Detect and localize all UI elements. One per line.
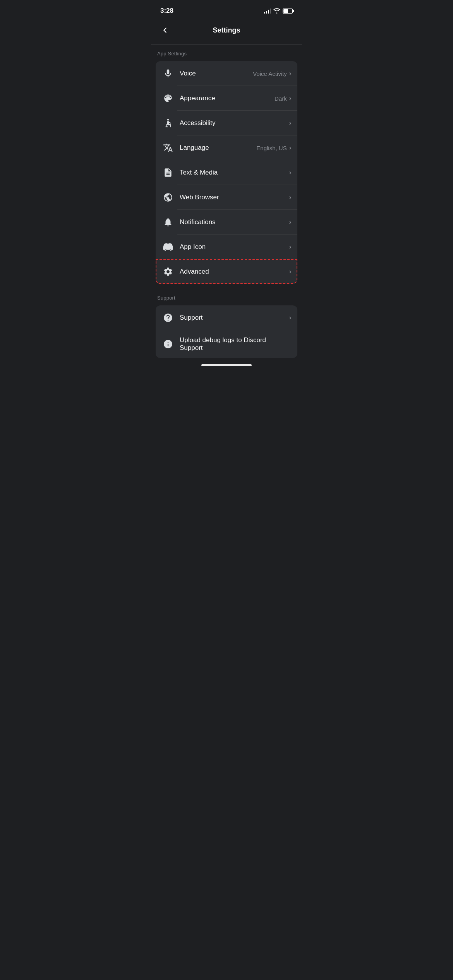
support-chevron: › — [289, 314, 291, 321]
settings-item-text-media[interactable]: Text & Media › — [156, 160, 297, 185]
app-settings-section-label: App Settings — [151, 45, 302, 60]
appearance-label: Appearance — [180, 94, 275, 102]
home-indicator — [201, 364, 252, 366]
support-icon — [162, 312, 174, 324]
web-browser-icon — [162, 191, 174, 204]
settings-item-web-browser[interactable]: Web Browser › — [156, 185, 297, 210]
support-section-label: Support — [151, 289, 302, 304]
microphone-icon — [162, 67, 174, 80]
language-chevron: › — [289, 144, 291, 151]
settings-item-advanced[interactable]: Advanced › — [156, 259, 297, 284]
settings-item-upload-debug-logs[interactable]: Upload debug logs to Discord Support — [156, 330, 297, 358]
web-browser-label: Web Browser — [180, 194, 287, 201]
accessibility-chevron: › — [289, 120, 291, 127]
settings-item-app-icon[interactable]: App Icon › — [156, 235, 297, 259]
text-media-icon — [162, 166, 174, 179]
status-time: 3:28 — [160, 7, 173, 15]
notifications-label: Notifications — [180, 218, 287, 226]
signal-icon — [264, 8, 271, 14]
language-value: English, US — [256, 145, 287, 151]
settings-item-accessibility[interactable]: Accessibility › — [156, 111, 297, 135]
support-card: Support › Upload debug logs to Discord S… — [156, 305, 297, 358]
back-arrow-icon — [161, 26, 169, 34]
app-icon-icon — [162, 241, 174, 253]
voice-chevron: › — [289, 70, 291, 77]
appearance-icon — [162, 92, 174, 105]
text-media-chevron: › — [289, 169, 291, 176]
support-label: Support — [180, 314, 287, 322]
battery-icon — [283, 9, 293, 14]
language-icon — [162, 142, 174, 154]
app-icon-label: App Icon — [180, 243, 287, 251]
settings-item-voice[interactable]: Voice Voice Activity › — [156, 61, 297, 86]
settings-item-appearance[interactable]: Appearance Dark › — [156, 86, 297, 111]
notifications-icon — [162, 216, 174, 228]
advanced-icon — [162, 266, 174, 278]
header: Settings — [151, 19, 302, 44]
advanced-label: Advanced — [180, 268, 287, 276]
support-section: Support Support › U — [151, 289, 302, 360]
appearance-value: Dark — [275, 95, 287, 102]
language-label: Language — [180, 144, 256, 152]
text-media-label: Text & Media — [180, 169, 287, 176]
app-icon-chevron: › — [289, 243, 291, 250]
settings-item-notifications[interactable]: Notifications › — [156, 210, 297, 235]
accessibility-icon — [162, 117, 174, 129]
voice-label: Voice — [180, 70, 253, 77]
status-bar: 3:28 — [151, 0, 302, 19]
page-title: Settings — [213, 26, 240, 34]
wifi-icon — [273, 8, 280, 14]
accessibility-label: Accessibility — [180, 119, 287, 127]
upload-debug-logs-label: Upload debug logs to Discord Support — [180, 336, 289, 352]
info-icon — [162, 338, 174, 350]
app-settings-card: Voice Voice Activity › Appearance Dark › — [156, 61, 297, 284]
appearance-chevron: › — [289, 95, 291, 102]
status-icons — [264, 8, 293, 14]
notifications-chevron: › — [289, 219, 291, 226]
back-button[interactable] — [157, 22, 173, 38]
svg-point-0 — [167, 119, 169, 120]
voice-value: Voice Activity — [253, 70, 287, 77]
advanced-chevron: › — [289, 268, 291, 275]
settings-item-language[interactable]: Language English, US › — [156, 135, 297, 160]
web-browser-chevron: › — [289, 194, 291, 201]
settings-item-support[interactable]: Support › — [156, 305, 297, 330]
